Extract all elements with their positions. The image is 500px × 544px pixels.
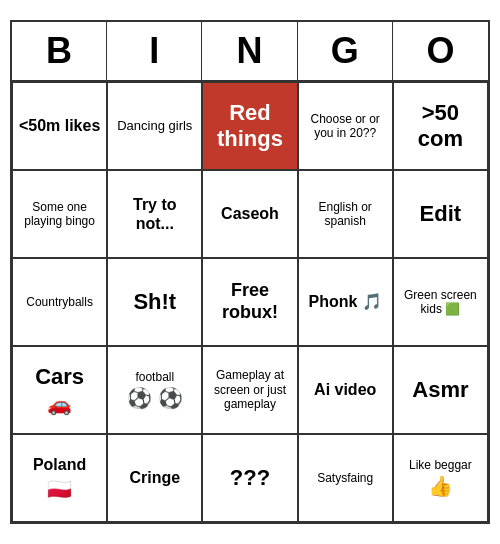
- bingo-cell-14[interactable]: Green screen kids 🟩: [393, 258, 488, 346]
- bingo-cell-8[interactable]: English or spanish: [298, 170, 393, 258]
- bingo-cell-19[interactable]: Asmr: [393, 346, 488, 434]
- bingo-cell-4[interactable]: >50 com: [393, 82, 488, 170]
- bingo-cell-3[interactable]: Choose or or you in 20??: [298, 82, 393, 170]
- bingo-letter-i: I: [107, 22, 202, 80]
- bingo-cell-21[interactable]: Cringe: [107, 434, 202, 522]
- bingo-cell-1[interactable]: Dancing girls: [107, 82, 202, 170]
- bingo-cell-5[interactable]: Some one playing bingo: [12, 170, 107, 258]
- bingo-cell-0[interactable]: <50m likes: [12, 82, 107, 170]
- bingo-card: BINGO <50m likesDancing girlsRed thingsC…: [10, 20, 490, 524]
- bingo-cell-22[interactable]: ???: [202, 434, 297, 522]
- bingo-header: BINGO: [12, 22, 488, 82]
- bingo-grid: <50m likesDancing girlsRed thingsChoose …: [12, 82, 488, 522]
- bingo-letter-n: N: [202, 22, 297, 80]
- bingo-cell-10[interactable]: Countryballs: [12, 258, 107, 346]
- bingo-letter-o: O: [393, 22, 488, 80]
- bingo-cell-16[interactable]: football⚽ ⚽: [107, 346, 202, 434]
- bingo-letter-g: G: [298, 22, 393, 80]
- bingo-cell-17[interactable]: Gameplay at screen or just gameplay: [202, 346, 297, 434]
- bingo-cell-6[interactable]: Try to not...: [107, 170, 202, 258]
- bingo-cell-24[interactable]: Like beggar👍: [393, 434, 488, 522]
- bingo-letter-b: B: [12, 22, 107, 80]
- bingo-cell-15[interactable]: Cars🚗: [12, 346, 107, 434]
- bingo-cell-23[interactable]: Satysfaing: [298, 434, 393, 522]
- bingo-cell-12[interactable]: Free robux!: [202, 258, 297, 346]
- bingo-cell-7[interactable]: Caseoh: [202, 170, 297, 258]
- bingo-cell-9[interactable]: Edit: [393, 170, 488, 258]
- bingo-cell-20[interactable]: Poland🇵🇱: [12, 434, 107, 522]
- bingo-cell-11[interactable]: Sh!t: [107, 258, 202, 346]
- bingo-cell-13[interactable]: Phonk 🎵: [298, 258, 393, 346]
- bingo-cell-18[interactable]: Ai video: [298, 346, 393, 434]
- bingo-cell-2[interactable]: Red things: [202, 82, 297, 170]
